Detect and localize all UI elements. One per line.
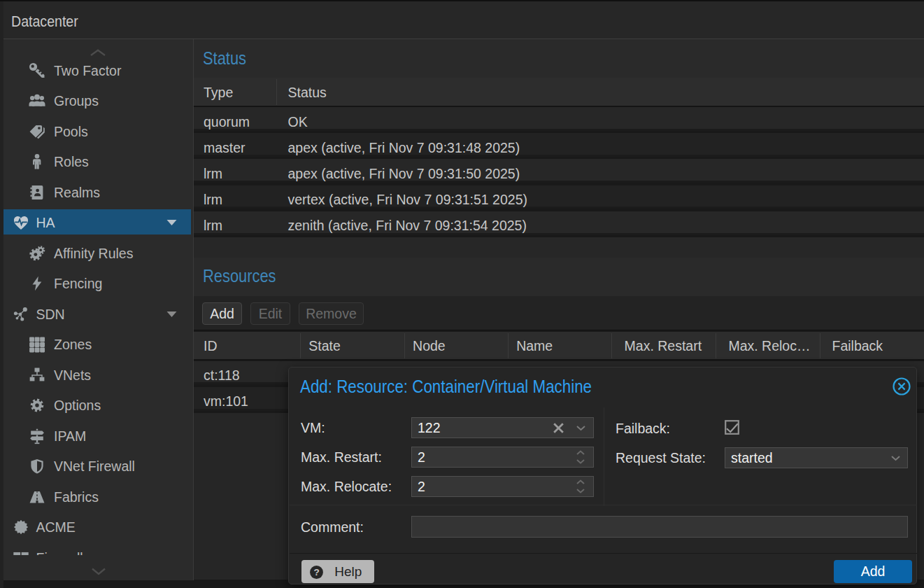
- svg-text:?: ?: [313, 567, 319, 578]
